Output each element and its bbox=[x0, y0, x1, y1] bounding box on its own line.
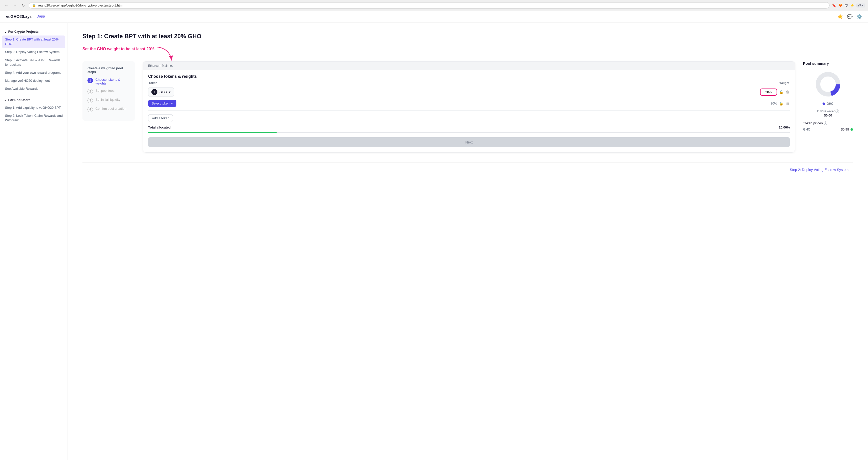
gho-dropdown-icon: ▾ bbox=[169, 90, 170, 94]
chevron-down-icon: ⌄ bbox=[4, 30, 7, 33]
select-delete-icon[interactable]: 🗑 bbox=[785, 101, 790, 106]
step-number-1: 1 bbox=[88, 78, 93, 83]
next-step-link[interactable]: Step 2: Deploy Voting Escrow System → bbox=[790, 168, 853, 172]
step-number-2: 2 bbox=[88, 89, 93, 94]
main-layout: ⌄ For Crypto Projects Step 1: Create BPT… bbox=[0, 23, 868, 460]
pool-widget-title: Choose tokens & weights bbox=[143, 70, 795, 81]
sidebar-item-step2-crypto[interactable]: Step 2: Deploy Voting Escrow System bbox=[0, 48, 67, 56]
bookmark-icon[interactable]: 🔖 bbox=[832, 3, 836, 7]
sidebar-item-step2-users[interactable]: Step 2: Lock Token, Claim Rewards and Wi… bbox=[0, 112, 67, 124]
sidebar-section-users[interactable]: ⌄ For End Users bbox=[0, 96, 67, 104]
alert-annotation: Set the GHO weight to be at least 20% bbox=[83, 47, 853, 56]
browser-chrome: ← → ↻ 🔒 vegho20.vercel.app/vegho20/for-c… bbox=[0, 0, 868, 11]
price-online-dot bbox=[850, 128, 853, 131]
step-label-2: Set pool fees bbox=[95, 89, 115, 92]
pool-widget-network: Ethereum Mainnet bbox=[143, 61, 795, 70]
arrow-annotation bbox=[154, 46, 177, 63]
nav-buttons: ← → ↻ bbox=[3, 2, 26, 8]
browser-extension-icons: 🔖 🦊 🛡 ⚡ VPN bbox=[832, 3, 865, 7]
gho-icon: G bbox=[151, 89, 157, 95]
progress-bar bbox=[148, 132, 790, 133]
address-bar[interactable]: 🔒 vegho20.vercel.app/vegho20/for-crypto-… bbox=[29, 2, 830, 8]
forward-button[interactable]: → bbox=[11, 3, 19, 8]
extension-icon-1[interactable]: 🦊 bbox=[838, 3, 842, 7]
app-logo: veGHO20.xyz bbox=[6, 15, 31, 19]
select-lock-icon[interactable]: 🔒 bbox=[779, 101, 784, 106]
sidebar-item-step4-crypto[interactable]: Step 4: Add your own reward programs bbox=[0, 69, 67, 77]
gho-weight-input[interactable] bbox=[760, 88, 777, 96]
header-right: ☀️ 💬 ⚙️ bbox=[838, 14, 862, 20]
step-label-1: Choose tokens & weights bbox=[95, 78, 130, 85]
step-number-4: 4 bbox=[88, 107, 93, 112]
col-weight: Weight bbox=[779, 81, 789, 85]
token-prices-section: Token prices i GHO $0.98 bbox=[803, 121, 853, 131]
wallet-label: In your wallet i bbox=[803, 110, 853, 113]
donut-chart-container bbox=[803, 70, 853, 98]
url-text: vegho20.vercel.app/vegho20/for-crypto-pr… bbox=[37, 3, 826, 7]
lock-icon: 🔒 bbox=[32, 3, 36, 7]
price-token-gho: GHO bbox=[803, 127, 810, 131]
gho-delete-icon[interactable]: 🗑 bbox=[785, 89, 790, 94]
wallet-value: $0.00 bbox=[803, 114, 853, 117]
wallet-info: In your wallet i $0.00 bbox=[803, 110, 853, 117]
pool-widget: Ethereum Mainnet Choose tokens & weights… bbox=[143, 61, 795, 152]
add-token-button[interactable]: Add a token bbox=[148, 114, 173, 122]
price-value-gho: $0.98 bbox=[841, 127, 853, 131]
sidebar-item-step1-crypto[interactable]: Step 1: Create BPT with at least 20% GHO bbox=[2, 35, 65, 48]
theme-toggle-icon[interactable]: ☀️ bbox=[838, 14, 843, 20]
select-weight-container: 80% 🔒 🗑 bbox=[767, 101, 790, 106]
select-token-label: Select token bbox=[152, 102, 169, 105]
next-page-link: Step 2: Deploy Voting Escrow System → bbox=[83, 163, 853, 172]
sidebar-item-step3-crypto[interactable]: Step 3: Activate BAL & AAVE Rewards for … bbox=[0, 56, 67, 69]
select-token-weight: 80% bbox=[767, 102, 777, 105]
alert-text: Set the GHO weight to be at least 20% bbox=[83, 47, 154, 51]
pool-summary-title: Pool summary bbox=[803, 61, 853, 65]
extension-icon-3[interactable]: ⚡ bbox=[850, 3, 854, 7]
token-table-header: Token Weight bbox=[148, 81, 790, 85]
sidebar: ⌄ For Crypto Projects Step 1: Create BPT… bbox=[0, 23, 67, 460]
github-icon[interactable]: ⚙️ bbox=[857, 14, 862, 20]
app-header: veGHO20.xyz Dapp ☀️ 💬 ⚙️ bbox=[0, 11, 868, 23]
legend-dot-gho bbox=[823, 103, 825, 105]
token-prices-title: Token prices i bbox=[803, 121, 853, 125]
price-row-gho: GHO $0.98 bbox=[803, 127, 853, 131]
gho-weight-container: 🔒 🗑 bbox=[760, 88, 790, 96]
step-label-3: Set initial liquidity bbox=[95, 98, 120, 102]
main-content: Step 1: Create BPT with at least 20% GHO… bbox=[67, 23, 868, 460]
sidebar-item-step1-users[interactable]: Step 1: Add Liquidity to veGHO20 BPT bbox=[0, 104, 67, 112]
wallet-info-icon[interactable]: i bbox=[836, 110, 839, 113]
page-title: Step 1: Create BPT with at least 20% GHO bbox=[83, 33, 853, 40]
step-item-3: 3 Set initial liquidity bbox=[88, 98, 130, 103]
price-amount-gho: $0.98 bbox=[841, 127, 849, 131]
vpn-icon[interactable]: VPN bbox=[856, 3, 865, 7]
steps-panel: Create a weighted pool steps 1 Choose to… bbox=[83, 61, 135, 121]
progress-fill bbox=[148, 132, 277, 133]
dapp-nav-link[interactable]: Dapp bbox=[36, 14, 45, 19]
steps-panel-title: Create a weighted pool steps bbox=[88, 66, 130, 74]
sidebar-item-manage[interactable]: Manage veGHO20 deployment bbox=[0, 77, 67, 85]
total-value: 20.00% bbox=[779, 125, 790, 129]
select-token-button[interactable]: Select token ▾ bbox=[148, 100, 177, 107]
reload-button[interactable]: ↻ bbox=[20, 2, 26, 8]
total-label: Total allocated bbox=[148, 125, 170, 129]
sidebar-section-crypto[interactable]: ⌄ For Crypto Projects bbox=[0, 28, 67, 35]
gho-name: GHO bbox=[159, 90, 167, 94]
step-number-3: 3 bbox=[88, 98, 93, 103]
sidebar-item-rewards[interactable]: See Available Rewards bbox=[0, 85, 67, 93]
donut-chart bbox=[814, 70, 842, 98]
add-token-label: Add a token bbox=[152, 116, 169, 120]
next-button[interactable]: Next bbox=[148, 137, 790, 147]
back-button[interactable]: ← bbox=[3, 3, 10, 8]
chart-legend: GHO bbox=[803, 102, 853, 106]
step-item-1: 1 Choose tokens & weights bbox=[88, 78, 130, 85]
step-item-2: 2 Set pool fees bbox=[88, 89, 130, 94]
discord-icon[interactable]: 💬 bbox=[847, 14, 852, 20]
gho-token-selector[interactable]: G GHO ▾ bbox=[148, 87, 174, 97]
panel-area: Create a weighted pool steps 1 Choose to… bbox=[83, 61, 853, 152]
token-prices-info-icon[interactable]: i bbox=[824, 121, 827, 125]
token-row-gho: G GHO ▾ 🔒 🗑 bbox=[148, 87, 790, 97]
pool-widget-body: Token Weight G GHO ▾ 🔒 🗑 bbox=[143, 81, 795, 152]
extension-icon-2[interactable]: 🛡 bbox=[844, 3, 848, 7]
gho-lock-icon[interactable]: 🔒 bbox=[779, 89, 784, 94]
col-token: Token bbox=[149, 81, 157, 85]
